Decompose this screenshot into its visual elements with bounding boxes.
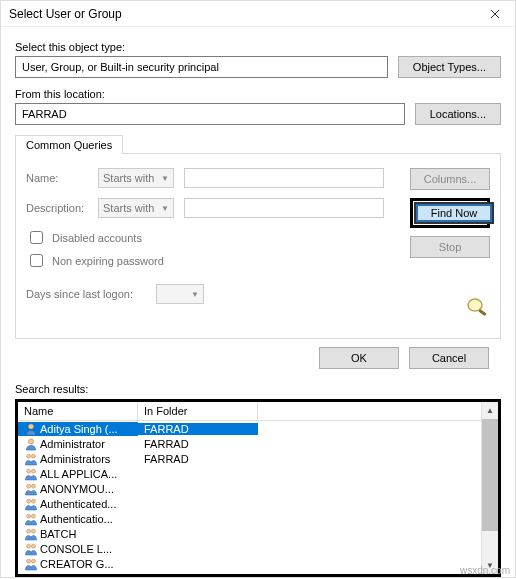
scrollbar[interactable]: ▲ ▼ (481, 402, 498, 574)
svg-point-6 (27, 469, 31, 473)
non-expiring-label: Non expiring password (52, 255, 164, 267)
svg-point-9 (31, 484, 35, 488)
search-results-list: Name In Folder Aditya Singh (...FARRADAd… (15, 399, 501, 577)
user-icon (24, 437, 38, 451)
location-field (15, 103, 405, 125)
svg-point-2 (28, 423, 33, 428)
days-since-logon-combo[interactable]: ▼ (156, 284, 204, 304)
location-label: From this location: (15, 88, 501, 100)
chevron-down-icon: ▼ (191, 290, 199, 299)
tab-common-queries[interactable]: Common Queries (15, 135, 123, 154)
result-name: Administrator (40, 438, 105, 450)
object-type-label: Select this object type: (15, 41, 501, 53)
name-match-combo[interactable]: Starts with▼ (98, 168, 174, 188)
svg-point-4 (27, 454, 31, 458)
description-filter-input[interactable] (184, 198, 384, 218)
non-expiring-checkbox[interactable] (30, 254, 43, 267)
svg-point-7 (31, 469, 35, 473)
table-row[interactable]: Aditya Singh (...FARRAD (18, 421, 481, 436)
column-folder[interactable]: In Folder (138, 402, 258, 420)
description-filter-label: Description: (26, 202, 88, 214)
table-row[interactable]: ALL APPLICA... (18, 466, 481, 481)
disabled-accounts-label: Disabled accounts (52, 232, 142, 244)
svg-point-11 (31, 499, 35, 503)
result-name: ANONYMOU... (40, 483, 114, 495)
window-title: Select User or Group (9, 7, 122, 21)
scroll-up-icon[interactable]: ▲ (482, 402, 498, 419)
cancel-button[interactable]: Cancel (409, 347, 489, 369)
result-name: CREATOR G... (40, 558, 114, 570)
svg-point-19 (31, 559, 35, 563)
table-row[interactable]: CONSOLE L... (18, 541, 481, 556)
svg-point-8 (27, 484, 31, 488)
result-name: BATCH (40, 528, 76, 540)
svg-point-10 (27, 499, 31, 503)
dialog-select-user-or-group: Select User or Group Select this object … (0, 0, 516, 578)
svg-point-13 (31, 514, 35, 518)
svg-point-12 (27, 514, 31, 518)
table-row[interactable]: ANONYMOU... (18, 481, 481, 496)
scrollbar-thumb[interactable] (482, 419, 498, 531)
svg-point-18 (27, 559, 31, 563)
result-name: Authenticatio... (40, 513, 113, 525)
svg-point-16 (27, 544, 31, 548)
svg-point-15 (31, 529, 35, 533)
user-icon (24, 422, 38, 436)
column-name[interactable]: Name (18, 402, 138, 420)
table-header: Name In Folder (18, 402, 481, 421)
group-icon (24, 542, 38, 556)
result-name: ALL APPLICA... (40, 468, 117, 480)
group-icon (24, 512, 38, 526)
name-filter-input[interactable] (184, 168, 384, 188)
group-icon (24, 452, 38, 466)
object-types-button[interactable]: Object Types... (398, 56, 501, 78)
search-icon (462, 296, 490, 318)
table-row[interactable]: AdministratorsFARRAD (18, 451, 481, 466)
result-name: Administrators (40, 453, 110, 465)
titlebar: Select User or Group (1, 1, 515, 27)
group-icon (24, 467, 38, 481)
result-folder: FARRAD (138, 438, 258, 450)
search-results-label: Search results: (1, 383, 515, 399)
name-filter-label: Name: (26, 172, 88, 184)
svg-point-5 (31, 454, 35, 458)
result-folder: FARRAD (138, 423, 258, 435)
chevron-down-icon: ▼ (161, 204, 169, 213)
find-now-button[interactable]: Find Now (414, 202, 494, 224)
table-row[interactable]: Authenticated... (18, 496, 481, 511)
svg-point-17 (31, 544, 35, 548)
result-name: CONSOLE L... (40, 543, 112, 555)
table-row[interactable]: AdministratorFARRAD (18, 436, 481, 451)
stop-button[interactable]: Stop (410, 236, 490, 258)
close-icon (490, 9, 500, 19)
object-type-field (15, 56, 388, 78)
table-row[interactable]: Authenticatio... (18, 511, 481, 526)
locations-button[interactable]: Locations... (415, 103, 501, 125)
days-since-logon-label: Days since last logon: (26, 288, 146, 300)
description-match-combo[interactable]: Starts with▼ (98, 198, 174, 218)
ok-button[interactable]: OK (319, 347, 399, 369)
result-name: Aditya Singh (... (40, 423, 118, 435)
columns-button[interactable]: Columns... (410, 168, 490, 190)
close-button[interactable] (475, 1, 515, 27)
table-row[interactable]: CREATOR G... (18, 556, 481, 571)
chevron-down-icon: ▼ (161, 174, 169, 183)
svg-rect-1 (478, 309, 486, 316)
group-icon (24, 527, 38, 541)
svg-point-14 (27, 529, 31, 533)
table-row[interactable]: BATCH (18, 526, 481, 541)
svg-point-0 (468, 299, 482, 311)
group-icon (24, 557, 38, 571)
group-icon (24, 497, 38, 511)
disabled-accounts-checkbox[interactable] (30, 231, 43, 244)
svg-point-3 (28, 438, 33, 443)
watermark: wsxdn.com (460, 565, 510, 576)
result-name: Authenticated... (40, 498, 116, 510)
group-icon (24, 482, 38, 496)
result-folder: FARRAD (138, 453, 258, 465)
